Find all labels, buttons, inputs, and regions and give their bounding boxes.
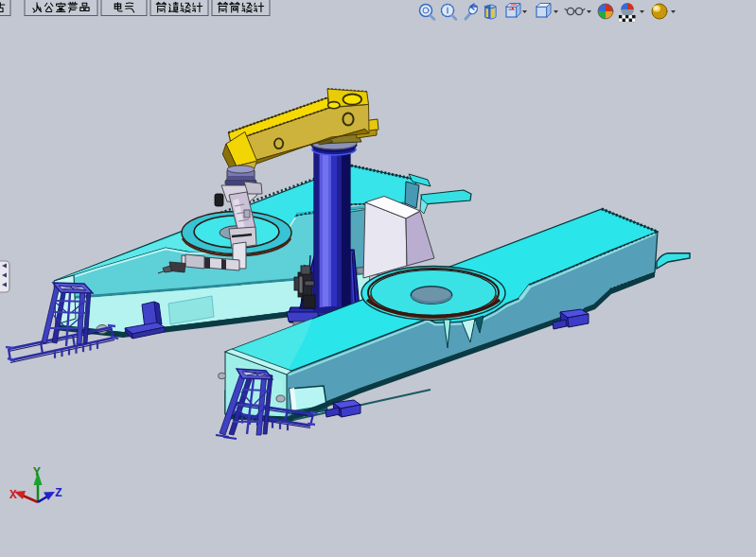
svg-text:Z: Z — [55, 486, 62, 500]
svg-text:X: X — [9, 488, 17, 502]
svg-text:Y: Y — [33, 465, 41, 479]
